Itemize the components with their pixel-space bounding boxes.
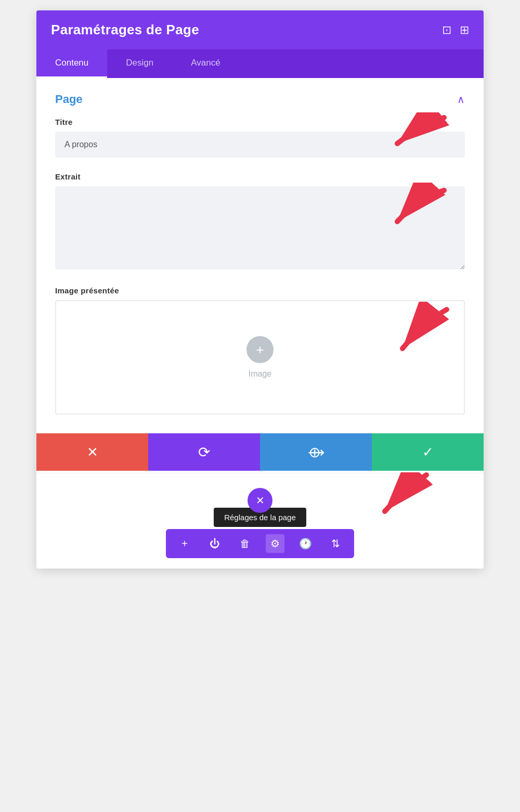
extrait-textarea[interactable] <box>55 186 465 269</box>
extrait-label: Extrait <box>55 172 465 181</box>
trash-icon: 🗑 <box>240 538 250 550</box>
toolbar-add-button[interactable]: + <box>175 534 194 553</box>
tab-avance[interactable]: Avancé <box>172 49 239 78</box>
bottom-toolbar: + ⏻ 🗑 ⚙ 🕐 ⇅ <box>166 529 354 558</box>
cancel-button[interactable]: ✕ <box>36 433 148 471</box>
panel-content: Page ∧ Titre Extrait <box>36 78 484 433</box>
gear-icon: ⚙ <box>270 537 280 550</box>
section-collapse-icon[interactable]: ∧ <box>457 93 465 106</box>
titre-label: Titre <box>55 118 465 126</box>
titre-field-group: Titre <box>55 118 465 158</box>
toolbar-trash-button[interactable]: 🗑 <box>236 534 254 553</box>
clock-icon: 🕐 <box>299 537 312 550</box>
image-placeholder-text: Image <box>249 369 271 379</box>
undo-button[interactable]: ⟳ <box>148 433 260 471</box>
panel-header: Paramétrages de Page ⊡ ⊞ <box>36 10 484 49</box>
redo-icon: ⟴ <box>308 444 324 461</box>
redo-button[interactable]: ⟴ <box>260 433 372 471</box>
popup-close-icon: ✕ <box>256 494 265 507</box>
image-label: Image présentée <box>55 286 465 295</box>
popup-area: ✕ Réglages de la page + ⏻ 🗑 ⚙ 🕐 ⇅ <box>36 473 484 569</box>
section-header: Page ∧ <box>55 93 465 106</box>
extrait-field-group: Extrait <box>55 172 465 272</box>
image-field-group: Image présentée + Image <box>55 286 465 415</box>
image-upload-area[interactable]: + Image <box>55 300 465 415</box>
power-icon: ⏻ <box>210 538 220 550</box>
tab-design[interactable]: Design <box>107 49 172 78</box>
tooltip-text: Réglages de la page <box>224 513 296 522</box>
save-icon: ✓ <box>422 444 434 460</box>
popup-close-button[interactable]: ✕ <box>248 488 272 513</box>
cancel-icon: ✕ <box>87 444 98 460</box>
action-bar: ✕ ⟳ ⟴ ✓ <box>36 433 484 471</box>
toolbar-history-button[interactable]: 🕐 <box>296 534 315 553</box>
toolbar-sort-button[interactable]: ⇅ <box>326 534 345 553</box>
add-icon: + <box>181 538 188 550</box>
toolbar-power-button[interactable]: ⏻ <box>205 534 224 553</box>
panel-title: Paramétrages de Page <box>51 22 199 38</box>
save-button[interactable]: ✓ <box>372 433 484 471</box>
header-icons: ⊡ ⊞ <box>442 23 469 37</box>
toolbar-settings-button[interactable]: ⚙ <box>266 534 284 553</box>
section-title: Page <box>55 93 83 106</box>
tab-contenu[interactable]: Contenu <box>36 49 107 78</box>
undo-icon: ⟳ <box>198 444 210 461</box>
split-view-icon[interactable]: ⊞ <box>460 23 469 37</box>
tabs-bar: Contenu Design Avancé <box>36 49 484 78</box>
titre-input[interactable] <box>55 132 465 158</box>
fullscreen-icon[interactable]: ⊡ <box>442 23 451 37</box>
sort-icon: ⇅ <box>331 537 340 550</box>
image-add-button[interactable]: + <box>246 336 274 363</box>
